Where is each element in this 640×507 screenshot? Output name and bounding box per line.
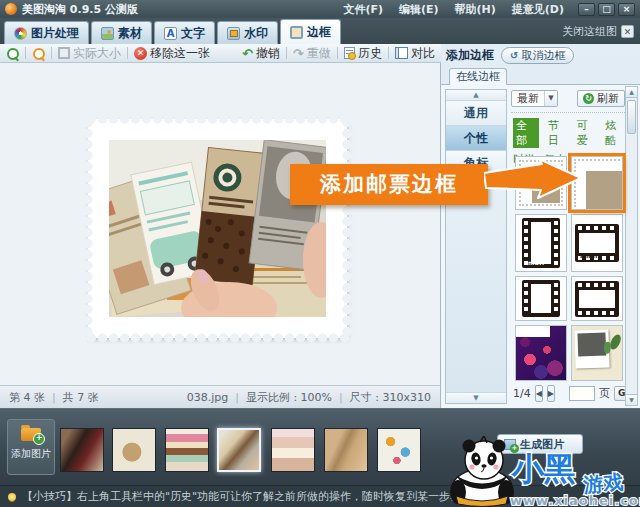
tip-text: 【小技巧】右上角工具栏中的"历史"功能可让你了解之前所做的操作，随时恢复到某一步… <box>22 489 461 504</box>
scroll-up-icon[interactable]: ▲ <box>626 87 637 98</box>
generate-label: 生成图片 <box>520 437 564 452</box>
tab-image-processing[interactable]: 图片处理 <box>4 21 89 44</box>
window-title: 美图淘淘 0.9.5 公测版 <box>22 2 138 17</box>
border-panel: 添加边框 ↺ 取消边框 在线边框 ▲ 通用 个性 角标 ▼ 最新 ▼ <box>441 44 640 408</box>
sort-row: 最新 ▼ ↻ 刷新 <box>511 89 625 107</box>
border-thumb-film-horizontal[interactable]: small <box>571 214 623 272</box>
panel-header: 添加边框 ↺ 取消边框 <box>441 44 640 67</box>
tab-online-borders[interactable]: 在线边框 <box>449 68 507 85</box>
category-personality[interactable]: 个性 <box>446 126 506 151</box>
border-thumb-polaroid[interactable] <box>571 325 623 381</box>
stamp-scallop-edge <box>342 117 352 340</box>
border-thumb-film-horizontal-2[interactable] <box>571 276 623 321</box>
category-general[interactable]: 通用 <box>446 101 506 126</box>
undo-border-icon: ↺ <box>510 51 518 61</box>
next-page-button[interactable]: ▶ <box>547 385 555 402</box>
minimize-button[interactable]: – <box>578 3 595 16</box>
film-strip-body <box>575 281 619 317</box>
tab-label: 边框 <box>307 24 331 41</box>
total-count: 共 7 张 <box>63 390 99 405</box>
file-name: 038.jpg <box>187 391 229 404</box>
film-strip <box>516 277 566 320</box>
tab-label: 图片处理 <box>31 25 79 42</box>
border-thumb-film-vertical[interactable]: small <box>515 214 567 272</box>
photo-thumb-6[interactable] <box>324 428 368 472</box>
tab-label: 素材 <box>118 25 142 42</box>
redo-button[interactable]: ↷ 重做 <box>293 45 331 62</box>
stamp-scallop-edge <box>86 114 349 124</box>
stamp-center <box>586 171 622 209</box>
tab-border[interactable]: 边框 <box>280 19 341 44</box>
category-scroll-up[interactable]: ▲ <box>446 90 506 101</box>
film-strip <box>572 277 622 320</box>
separator <box>127 47 128 59</box>
photo-thumb-1[interactable] <box>60 428 104 472</box>
history-button[interactable]: 历史 <box>344 45 382 62</box>
maximize-button[interactable]: □ <box>598 3 615 16</box>
tag-festival[interactable]: 节日 <box>548 118 568 148</box>
compare-label: 对比 <box>411 45 435 62</box>
tag-all[interactable]: 全部 <box>513 118 539 148</box>
bokeh-art <box>516 326 566 380</box>
category-strip: ▲ 通用 个性 角标 ▼ <box>445 89 507 404</box>
cancel-border-button[interactable]: ↺ 取消边框 <box>501 47 574 64</box>
scrollbar-thumb[interactable] <box>627 100 636 134</box>
tag-cute[interactable]: 可爱 <box>577 118 597 148</box>
actual-size-button[interactable]: 实际大小 <box>58 45 121 62</box>
close-group-button[interactable]: 关闭这组图 ✕ <box>562 24 634 39</box>
remove-image-button[interactable]: ✕ 移除这一张 <box>134 45 210 62</box>
zoom-in-button[interactable] <box>6 47 19 60</box>
film-strip-body <box>522 280 560 317</box>
stamp-border-photo[interactable] <box>88 119 347 338</box>
menu-edit[interactable]: 编辑(E) <box>399 2 439 17</box>
scroll-down-icon[interactable]: ▼ <box>626 394 637 405</box>
compare-button[interactable]: 对比 <box>395 45 435 62</box>
actual-size-label: 实际大小 <box>73 45 121 62</box>
generate-image-button[interactable]: 生成图片 <box>497 434 583 454</box>
prev-page-button[interactable]: ◀ <box>535 385 543 402</box>
separator <box>25 47 26 59</box>
border-thumb-film-vertical-2[interactable] <box>515 276 567 321</box>
menu-file[interactable]: 文件(F) <box>343 2 383 17</box>
zoom-out-button[interactable] <box>32 47 45 60</box>
letter-a-icon: A <box>164 27 177 40</box>
photo-thumb-7[interactable] <box>377 428 421 472</box>
separator <box>388 47 389 59</box>
refresh-button[interactable]: ↻ 刷新 <box>577 90 625 107</box>
film-label: small <box>580 252 601 259</box>
page-input[interactable] <box>569 386 595 401</box>
actual-size-icon <box>58 47 70 59</box>
sort-value: 最新 <box>512 91 544 106</box>
close-group-x-icon[interactable]: ✕ <box>621 25 634 38</box>
photo-thumb-3[interactable] <box>165 428 209 472</box>
panel-scrollbar[interactable]: ▲ ▼ <box>625 86 638 406</box>
close-button[interactable]: × <box>618 3 635 16</box>
border-content: 最新 ▼ ↻ 刷新 全部 节日 可爱 炫酷 <box>511 89 625 404</box>
tip-bar: 【小技巧】右上角工具栏中的"历史"功能可让你了解之前所做的操作，随时恢复到某一步… <box>0 485 640 507</box>
tab-material[interactable]: 素材 <box>91 21 152 44</box>
film-strip: small <box>516 215 566 271</box>
chevron-down-icon: ▼ <box>544 91 557 106</box>
tag-cool[interactable]: 炫酷 <box>605 118 625 148</box>
add-image-button[interactable]: 添加图片 <box>7 419 55 475</box>
photo-thumb-5[interactable] <box>271 428 315 472</box>
tag-row: 全部 节日 可爱 炫酷 <box>511 118 625 148</box>
photo-thumb-2[interactable] <box>112 428 156 472</box>
photo-thumb-4-selected[interactable] <box>217 428 261 472</box>
undo-button[interactable]: ↶ 撤销 <box>242 45 280 62</box>
border-thumb-purple-bokeh[interactable] <box>515 325 567 381</box>
menu-feedback[interactable]: 提意见(D) <box>512 2 564 17</box>
menu-bar: 文件(F) 编辑(E) 帮助(H) 提意见(D) <box>343 2 564 17</box>
tab-watermark[interactable]: 水印 <box>217 21 278 44</box>
category-scroll-down[interactable]: ▼ <box>446 392 506 403</box>
menu-help[interactable]: 帮助(H) <box>455 2 496 17</box>
polaroid-art <box>572 326 622 380</box>
polaroid-photo <box>577 333 606 357</box>
frame-icon <box>290 26 303 39</box>
tab-text[interactable]: A 文字 <box>154 21 215 44</box>
add-image-label: 添加图片 <box>8 447 54 461</box>
sort-dropdown[interactable]: 最新 ▼ <box>511 90 558 107</box>
separator <box>51 47 52 59</box>
refresh-label: 刷新 <box>597 91 619 106</box>
callout-arrow <box>484 156 584 204</box>
